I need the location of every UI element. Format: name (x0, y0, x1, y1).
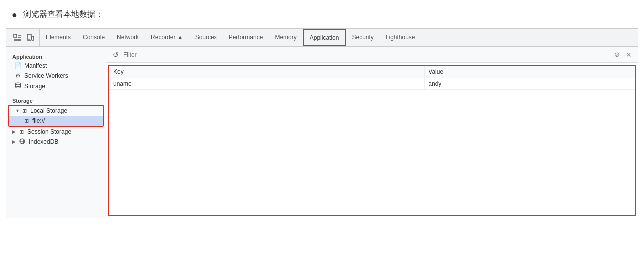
sidebar-item-manifest-label: Manifest (24, 62, 47, 69)
indexed-db-label: IndexedDB (29, 138, 58, 145)
svg-rect-0 (14, 34, 17, 37)
indexeddb-arrow-icon: ▶ (12, 139, 17, 144)
expand-arrow-icon: ▼ (15, 108, 20, 113)
inspect-icon[interactable] (12, 33, 22, 43)
file-grid-icon: ⊞ (24, 118, 29, 124)
sidebar-storage-group: Storage ▼ ⊞ Local Storage ⊞ file:// ▶ (6, 95, 106, 147)
manifest-icon: 📄 (14, 62, 21, 69)
table-body: uname andy (109, 78, 635, 90)
tab-sources[interactable]: Sources (189, 29, 223, 46)
column-header-key: Key (109, 66, 425, 78)
tab-icons-group (8, 29, 40, 46)
service-workers-icon: ⚙ (14, 72, 21, 79)
sidebar-item-storage[interactable]: Storage (6, 81, 106, 92)
filter-bar: ↺ ⊘ ✕ (106, 47, 638, 63)
device-icon[interactable] (25, 33, 35, 43)
sidebar-item-storage-label: Storage (24, 83, 45, 90)
local-storage-grid-icon: ⊞ (22, 108, 27, 114)
indexeddb-icon (19, 138, 25, 145)
local-storage-group: ▼ ⊞ Local Storage ⊞ file:// (8, 105, 104, 127)
main-panel: ↺ ⊘ ✕ Key Value (106, 47, 638, 218)
session-storage-label: Session Storage (27, 128, 71, 135)
tab-elements[interactable]: Elements (40, 29, 77, 46)
cell-value: andy (425, 78, 635, 90)
tab-application[interactable]: Application (303, 29, 346, 46)
instruction-text: 浏览器查看本地数据： (23, 9, 103, 20)
close-icon: ✕ (626, 51, 632, 59)
sidebar-item-manifest[interactable]: 📄 Manifest (6, 61, 106, 71)
tab-network[interactable]: Network (111, 29, 145, 46)
tab-security[interactable]: Security (346, 29, 379, 46)
svg-point-8 (15, 83, 20, 85)
devtools-panel: Elements Console Network Recorder ▲ Sour… (6, 28, 638, 218)
sidebar: Application 📄 Manifest ⚙ Service Workers… (6, 47, 106, 218)
block-button[interactable]: ⊘ (612, 50, 622, 60)
filter-input[interactable] (123, 51, 610, 58)
tab-memory[interactable]: Memory (269, 29, 302, 46)
tab-console[interactable]: Console (77, 29, 111, 46)
cell-key: uname (109, 78, 425, 90)
clear-button[interactable]: ✕ (624, 50, 634, 60)
tab-bar: Elements Console Network Recorder ▲ Sour… (6, 29, 638, 47)
block-icon: ⊘ (614, 51, 620, 58)
table-row[interactable]: uname andy (109, 78, 635, 90)
session-arrow-icon: ▶ (12, 129, 17, 134)
sidebar-item-file-protocol[interactable]: ⊞ file:// (9, 116, 103, 126)
bullet-point: ● (12, 9, 17, 21)
sidebar-item-service-workers-label: Service Workers (24, 72, 68, 79)
refresh-button[interactable]: ↺ (110, 49, 121, 60)
sidebar-item-local-storage[interactable]: ▼ ⊞ Local Storage (9, 106, 103, 116)
file-protocol-label: file:// (32, 117, 45, 124)
session-grid-icon: ⊞ (19, 129, 24, 135)
svg-rect-6 (32, 36, 34, 40)
storage-icon (14, 82, 21, 90)
table-header: Key Value (109, 66, 635, 78)
refresh-icon: ↺ (113, 51, 119, 59)
data-table-container: Key Value uname andy (108, 65, 636, 216)
sidebar-item-service-workers[interactable]: ⚙ Service Workers (6, 71, 106, 81)
sidebar-section-application: Application (6, 51, 106, 61)
tab-performance[interactable]: Performance (223, 29, 269, 46)
devtools-body: Application 📄 Manifest ⚙ Service Workers… (6, 47, 638, 218)
local-storage-label: Local Storage (30, 107, 67, 114)
sidebar-section-storage: Storage (6, 95, 106, 105)
sidebar-item-indexed-db[interactable]: ▶ IndexedDB (6, 137, 106, 147)
column-header-value: Value (425, 66, 635, 78)
data-table: Key Value uname andy (109, 66, 635, 90)
sidebar-item-session-storage[interactable]: ▶ ⊞ Session Storage (6, 127, 106, 137)
instruction-area: ● 浏览器查看本地数据： (0, 0, 644, 28)
tab-recorder[interactable]: Recorder ▲ (145, 29, 189, 46)
tab-lighthouse[interactable]: Lighthouse (380, 29, 421, 46)
